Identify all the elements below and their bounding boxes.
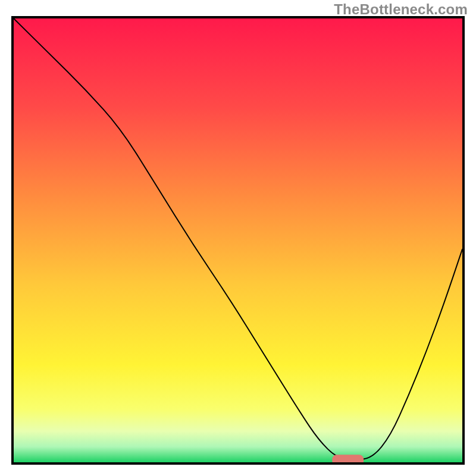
bottleneck-chart-svg	[14, 18, 462, 462]
optimal-point-marker	[332, 455, 364, 462]
plot-area	[11, 16, 465, 465]
watermark-text: TheBottleneck.com	[334, 1, 468, 18]
chart-frame: TheBottleneck.com	[0, 0, 476, 476]
